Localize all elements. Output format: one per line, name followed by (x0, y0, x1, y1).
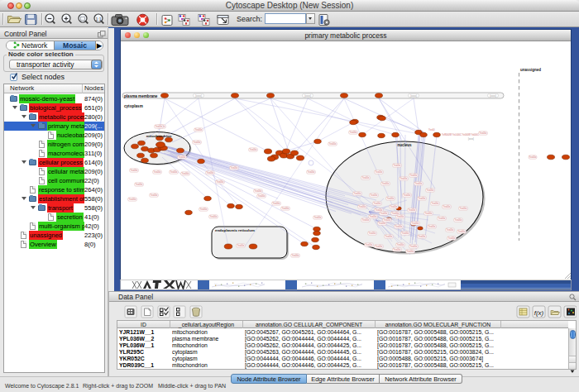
svg-text:Yxx00x: Yxx00x (448, 237, 456, 240)
svg-text:Yxx00x: Yxx00x (374, 202, 381, 205)
svg-text:Yxx00x: Yxx00x (350, 131, 357, 134)
svg-text:Yxx00x: Yxx00x (255, 189, 262, 193)
svg-text:Yxx00x: Yxx00x (156, 125, 163, 128)
svg-text:Yxx00x: Yxx00x (410, 245, 418, 248)
svg-text:Yxx00x: Yxx00x (425, 212, 433, 215)
svg-text:Yxx00x: Yxx00x (380, 212, 388, 215)
svg-text:[xxxx]: [xxxx] (195, 94, 202, 98)
svg-text:Yxx00x: Yxx00x (382, 182, 390, 185)
svg-text:Yxx00x: Yxx00x (151, 194, 158, 197)
svg-text:unassigned: unassigned (520, 68, 541, 72)
svg-text:Yxx00x: Yxx00x (376, 208, 383, 212)
svg-text:Yxx00x: Yxx00x (195, 128, 203, 131)
svg-text:Yxx00x: Yxx00x (428, 225, 436, 228)
svg-text:Yxx00x: Yxx00x (314, 216, 322, 219)
svg-text:Yxx00x: Yxx00x (231, 166, 238, 170)
svg-text:Yxx00x: Yxx00x (376, 170, 383, 174)
svg-text:Yxx00x: Yxx00x (131, 169, 138, 172)
svg-text:Yxx00x: Yxx00x (397, 215, 404, 218)
svg-text:Yxx00x: Yxx00x (390, 205, 398, 208)
svg-text:Yxx00x: Yxx00x (154, 170, 161, 174)
svg-text:Yxx00x: Yxx00x (207, 171, 214, 174)
svg-text:Yxx00x: Yxx00x (394, 248, 401, 251)
svg-text:Yxx00x: Yxx00x (395, 225, 403, 228)
svg-text:[xxxx]: [xxxx] (304, 94, 311, 98)
svg-text:Yxx00x: Yxx00x (362, 218, 370, 222)
svg-text:Yxx00x: Yxx00x (379, 222, 386, 225)
svg-text:Yxx00x: Yxx00x (410, 174, 418, 177)
svg-text:Yxx00x: Yxx00x (359, 205, 366, 208)
svg-text:Yxx00x: Yxx00x (129, 198, 136, 201)
svg-text:Yxx00x: Yxx00x (460, 207, 467, 210)
svg-text:Yxx00x: Yxx00x (419, 197, 426, 200)
svg-text:Yxx00x: Yxx00x (376, 245, 383, 248)
svg-text:Yxx00x: Yxx00x (170, 170, 178, 174)
svg-text:Yxx00x: Yxx00x (400, 177, 408, 180)
svg-text:Yxx00x: Yxx00x (308, 170, 315, 174)
svg-text:Yxx00x: Yxx00x (370, 215, 377, 218)
svg-text:Yxx00x: Yxx00x (194, 141, 201, 144)
svg-text:Yxx00x: Yxx00x (179, 155, 186, 159)
svg-text:Yxx00x: Yxx00x (292, 254, 299, 257)
svg-text:Yxx00x: Yxx00x (432, 202, 439, 205)
svg-text:Yxx00x: Yxx00x (384, 218, 391, 222)
svg-text:Yxx00x: Yxx00x (402, 232, 409, 235)
svg-text:[xxxx]: [xxxx] (468, 137, 474, 141)
svg-text:Yxx00x: Yxx00x (385, 235, 393, 238)
svg-text:Yxx00x: Yxx00x (412, 222, 419, 225)
svg-text:Yxx00x: Yxx00x (407, 250, 414, 253)
svg-text:Yxx00x: Yxx00x (415, 182, 423, 185)
svg-text:1:1: 1:1 (96, 17, 102, 22)
svg-text:Yxx00x: Yxx00x (394, 164, 401, 167)
svg-text:Yxx00x: Yxx00x (458, 230, 466, 233)
svg-text:Yxx00x: Yxx00x (354, 192, 361, 195)
svg-text:[xxxx]: [xxxx] (410, 94, 417, 98)
svg-text:Yxx00x: Yxx00x (387, 197, 395, 200)
svg-text:Yxx00: Yxx00 (428, 128, 435, 131)
svg-text:Yxx00x: Yxx00x (529, 155, 537, 159)
svg-text:Yxx00x: Yxx00x (258, 194, 266, 198)
svg-text:Yxx00x: Yxx00x (397, 243, 404, 246)
svg-text:Yxx00x: Yxx00x (217, 180, 224, 184)
svg-text:Yxx00x: Yxx00x (136, 183, 143, 186)
svg-text:Yxx00x: Yxx00x (455, 218, 462, 222)
svg-text:Yxx00x: Yxx00x (404, 194, 411, 197)
svg-text:Yxx00x: Yxx00x (329, 142, 337, 146)
svg-text:plasma membrane: plasma membrane (124, 94, 158, 98)
svg-text:[xxxx]: [xxxx] (490, 94, 496, 98)
svg-text:Yxx00x: Yxx00x (237, 244, 245, 247)
svg-text:Yxx00x: Yxx00x (392, 212, 400, 215)
svg-text:Yxx00x: Yxx00x (200, 208, 208, 211)
svg-text:Yxx00x: Yxx00x (366, 243, 373, 246)
svg-text:Yxx00x: Yxx00x (371, 194, 378, 197)
svg-text:nucleus: nucleus (397, 143, 412, 147)
svg-text:Yxx00x: Yxx00x (438, 217, 446, 220)
svg-text:mitochondrion: mitochondrion (146, 134, 172, 138)
svg-text:Yxx00x: Yxx00x (369, 232, 376, 235)
svg-text:Yxx00x: Yxx00x (480, 131, 487, 135)
svg-text:Yxx00x: Yxx00x (273, 202, 280, 205)
svg-text:Yxx00x: Yxx00x (182, 172, 189, 175)
svg-text:Yxx00x: Yxx00x (362, 176, 370, 179)
svg-text:Yxx00x: Yxx00x (419, 235, 426, 238)
svg-text:Yxx00x: Yxx00x (250, 148, 257, 151)
svg-text:Yxx00x: Yxx00x (409, 208, 416, 212)
svg-text:YxR000W YxL000C Yx000W Yx000C: YxR000W YxL000C Yx000W Yx000C (442, 133, 479, 136)
svg-text:cytoplasm: cytoplasm (124, 104, 143, 108)
svg-text:endoplasmic reticulum: endoplasmic reticulum (215, 228, 255, 232)
svg-text:Yxx00x: Yxx00x (282, 207, 290, 210)
svg-text:Yxx00x: Yxx00x (447, 228, 454, 232)
svg-text:f(x): f(x) (534, 309, 544, 317)
svg-text:Yxx00x: Yxx00x (443, 205, 451, 208)
svg-text:Yxx00x: Yxx00x (427, 189, 434, 192)
svg-text:Yxx00x: Yxx00x (210, 215, 218, 218)
